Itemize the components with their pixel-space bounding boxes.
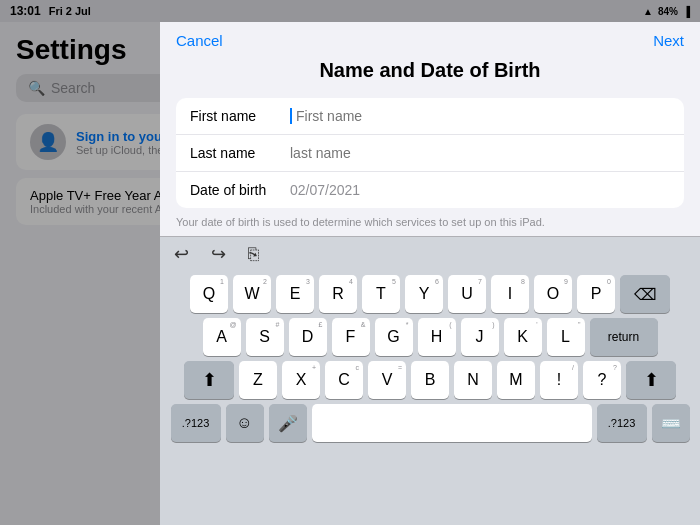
key-j[interactable]: )J	[461, 318, 499, 356]
return-key[interactable]: return	[590, 318, 658, 356]
key-e[interactable]: 3E	[276, 275, 314, 313]
key-p[interactable]: 0P	[577, 275, 615, 313]
key-v[interactable]: =V	[368, 361, 406, 399]
keyboard-icon[interactable]: ⌨️	[652, 404, 690, 442]
key-question[interactable]: ??	[583, 361, 621, 399]
key-d[interactable]: £D	[289, 318, 327, 356]
paste-button[interactable]: ⎘	[244, 242, 263, 267]
first-name-row: First name	[176, 98, 684, 135]
modal-header: Cancel Next	[160, 22, 700, 49]
shift-right-key[interactable]: ⬆	[626, 361, 676, 399]
numbers-key[interactable]: .?123	[171, 404, 221, 442]
keyboard-row-4: .?123 ☺ 🎤 .?123 ⌨️	[162, 404, 698, 442]
cancel-button[interactable]: Cancel	[176, 32, 223, 49]
undo-button[interactable]: ↩	[170, 241, 193, 267]
key-k[interactable]: 'K	[504, 318, 542, 356]
key-a[interactable]: @A	[203, 318, 241, 356]
keyboard-row-1: 1Q 2W 3E 4R 5T 6Y 7U 8I 9O 0P ⌫	[162, 275, 698, 313]
key-i[interactable]: 8I	[491, 275, 529, 313]
key-o[interactable]: 9O	[534, 275, 572, 313]
delete-key[interactable]: ⌫	[620, 275, 670, 313]
key-x[interactable]: +X	[282, 361, 320, 399]
dob-value[interactable]: 02/07/2021	[290, 182, 670, 198]
last-name-input[interactable]	[290, 145, 670, 161]
key-n[interactable]: N	[454, 361, 492, 399]
last-name-label: Last name	[190, 145, 280, 161]
last-name-row: Last name	[176, 135, 684, 172]
key-s[interactable]: #S	[246, 318, 284, 356]
redo-button[interactable]: ↪	[207, 241, 230, 267]
modal-form: First name Last name Date of birth 02/07…	[176, 98, 684, 208]
mic-key[interactable]: 🎤	[269, 404, 307, 442]
first-name-input[interactable]	[290, 108, 670, 124]
key-c[interactable]: cC	[325, 361, 363, 399]
modal-title: Name and Date of Birth	[160, 49, 700, 98]
key-q[interactable]: 1Q	[190, 275, 228, 313]
key-h[interactable]: (H	[418, 318, 456, 356]
keyboard-row-2: @A #S £D &F *G (H )J 'K "L return	[162, 318, 698, 356]
key-f[interactable]: &F	[332, 318, 370, 356]
key-b[interactable]: B	[411, 361, 449, 399]
key-g[interactable]: *G	[375, 318, 413, 356]
form-hint: Your date of birth is used to determine …	[176, 216, 684, 228]
modal-name-dob: Cancel Next Name and Date of Birth First…	[160, 22, 700, 525]
keyboard-row-3: ⬆ Z +X cC =V B N M /! ?? ⬆	[162, 361, 698, 399]
key-r[interactable]: 4R	[319, 275, 357, 313]
key-t[interactable]: 5T	[362, 275, 400, 313]
space-key[interactable]	[312, 404, 592, 442]
first-name-label: First name	[190, 108, 280, 124]
next-button[interactable]: Next	[653, 32, 684, 49]
key-w[interactable]: 2W	[233, 275, 271, 313]
emoji-key[interactable]: ☺	[226, 404, 264, 442]
dob-label: Date of birth	[190, 182, 280, 198]
keyboard: 1Q 2W 3E 4R 5T 6Y 7U 8I 9O 0P ⌫ @A #S £D…	[160, 271, 700, 525]
keyboard-toolbar: ↩ ↪ ⎘	[160, 236, 700, 271]
dob-row: Date of birth 02/07/2021	[176, 172, 684, 208]
numbers-key-right[interactable]: .?123	[597, 404, 647, 442]
key-z[interactable]: Z	[239, 361, 277, 399]
key-u[interactable]: 7U	[448, 275, 486, 313]
key-l[interactable]: "L	[547, 318, 585, 356]
key-exclaim[interactable]: /!	[540, 361, 578, 399]
key-m[interactable]: M	[497, 361, 535, 399]
shift-key[interactable]: ⬆	[184, 361, 234, 399]
key-y[interactable]: 6Y	[405, 275, 443, 313]
